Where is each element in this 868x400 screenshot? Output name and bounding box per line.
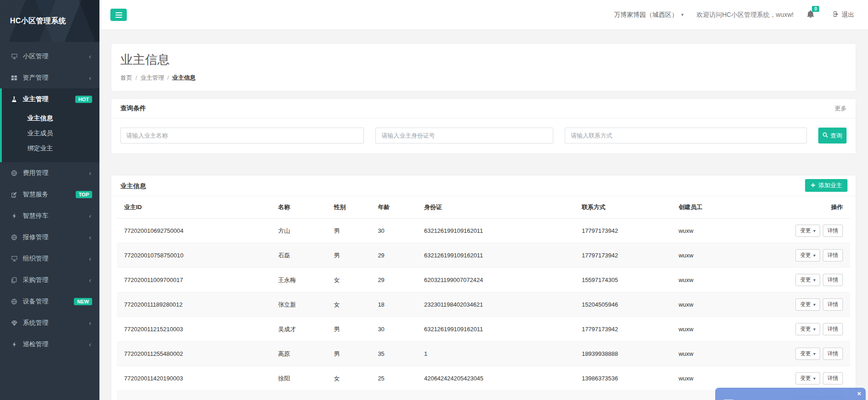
detail-button[interactable]: 详情: [823, 225, 843, 237]
chevron-left-icon: ‹: [89, 74, 91, 82]
page-content: 业主信息 首页/业主管理/业主信息 查询条件 更多 查询 业主信息: [99, 30, 868, 400]
flask-icon: [10, 96, 18, 103]
notification-badge: 0: [812, 6, 819, 12]
logout-button[interactable]: 退出: [831, 10, 854, 19]
cell-id_card: 632126199109162011: [421, 243, 578, 268]
cell-id: 772020010758750010: [117, 243, 275, 268]
owners-panel: 业主信息 添加业主 业主ID名称性别年龄身份证联系方式创建员工操作 772020…: [111, 175, 856, 400]
community-selector[interactable]: 万博家博园（城西区） ▾: [614, 11, 684, 19]
sidebar-menu: 小区管理‹资产管理‹业主管理HOT业主信息业主成员绑定业主费用管理‹智慧服务TO…: [0, 42, 99, 355]
search-button-label: 查询: [830, 132, 842, 140]
sidebar-item-label: 巡检管理: [23, 340, 89, 349]
cell-phone: 15204505946: [578, 292, 675, 317]
sidebar-subitem-2-2[interactable]: 绑定业主: [2, 141, 99, 156]
change-label: 变更: [800, 301, 811, 308]
query-input-0[interactable]: [120, 128, 364, 144]
cell-phone: 17797173942: [578, 317, 675, 342]
column-header-4: 身份证: [421, 196, 578, 219]
sidebar-item-0[interactable]: 小区管理‹: [0, 46, 99, 67]
table-row: 772020011189280012张立新女182323011984020346…: [117, 292, 850, 317]
sidebar-item-label: 业主管理: [23, 95, 75, 103]
chevron-left-icon: ‹: [89, 276, 91, 284]
detail-button[interactable]: 详情: [823, 298, 843, 311]
sidebar-item-label: 报修管理: [23, 233, 89, 241]
sign-out-icon: [831, 10, 838, 19]
cell-gender: 男: [330, 342, 374, 366]
breadcrumb-link-1[interactable]: 业主管理: [140, 74, 164, 81]
sidebar-item-8[interactable]: 采购管理‹: [0, 269, 99, 291]
detail-button[interactable]: 详情: [823, 323, 843, 335]
cell-name: 吴成才: [275, 317, 330, 342]
search-button[interactable]: 查询: [818, 128, 847, 144]
cell-actions: 变更▾详情: [781, 268, 850, 292]
promo-widget[interactable]: 每日签到 ×: [715, 388, 866, 400]
sidebar-item-7[interactable]: 组织管理‹: [0, 248, 99, 269]
cell-age: 30: [374, 391, 420, 400]
sidebar-item-5[interactable]: 智慧停车‹: [0, 205, 99, 226]
copy-icon: [10, 277, 18, 284]
cell-creator: wuxw: [675, 219, 781, 243]
more-link[interactable]: 更多: [835, 104, 847, 113]
menu-toggle-button[interactable]: [110, 9, 127, 21]
breadcrumb-separator: /: [135, 74, 137, 81]
sidebar-item-6[interactable]: 报修管理‹: [0, 226, 99, 248]
cell-age: 29: [374, 268, 420, 292]
cell-name: 徐阳: [275, 366, 330, 391]
caret-down-icon: ▾: [813, 228, 816, 233]
detail-button[interactable]: 详情: [823, 348, 843, 360]
change-button[interactable]: 变更▾: [795, 348, 820, 360]
sidebar-item-10[interactable]: 系统管理‹: [0, 312, 99, 333]
sidebar-group-3: 费用管理‹: [0, 162, 99, 184]
edit-icon: [10, 191, 18, 198]
change-button[interactable]: 变更▾: [795, 372, 820, 385]
cell-id: 772020012070870040: [117, 391, 275, 400]
sidebar-item-label: 采购管理: [23, 276, 89, 284]
sidebar-group-5: 智慧停车‹: [0, 205, 99, 226]
cell-age: 29: [374, 243, 420, 268]
sidebar-subitem-2-0[interactable]: 业主信息: [2, 111, 99, 126]
sidebar-item-9[interactable]: 设备管理NEW: [0, 291, 99, 312]
sidebar-item-11[interactable]: 巡检管理‹: [0, 333, 99, 355]
detail-button[interactable]: 详情: [823, 372, 843, 385]
detail-button[interactable]: 详情: [823, 274, 843, 286]
sidebar-item-2[interactable]: 业主管理HOT: [2, 88, 99, 110]
close-icon[interactable]: ×: [857, 390, 861, 397]
sidebar-badge: HOT: [75, 96, 92, 103]
change-button[interactable]: 变更▾: [795, 298, 820, 311]
query-input-1[interactable]: [375, 128, 553, 144]
sidebar-group-4: 智慧服务TOP: [0, 184, 99, 205]
sidebar-subitem-2-1[interactable]: 业主成员: [2, 126, 99, 141]
cell-id_card: 420642424205423045: [421, 366, 578, 391]
change-label: 变更: [800, 325, 811, 333]
detail-button[interactable]: 详情: [823, 249, 843, 262]
query-input-2[interactable]: [565, 128, 807, 144]
bolt-icon: [10, 212, 18, 220]
chevron-left-icon: ‹: [89, 340, 91, 348]
sidebar-item-3[interactable]: 费用管理‹: [0, 162, 99, 184]
change-button[interactable]: 变更▾: [795, 274, 820, 286]
breadcrumb: 首页/业主管理/业主信息: [120, 74, 847, 82]
sidebar-item-label: 组织管理: [23, 255, 89, 263]
breadcrumb-current: 业主信息: [172, 74, 196, 81]
sidebar-group-1: 资产管理‹: [0, 67, 99, 88]
sidebar-group-7: 组织管理‹: [0, 248, 99, 269]
sidebar-item-4[interactable]: 智慧服务TOP: [0, 184, 99, 205]
owners-panel-header: 业主信息 添加业主: [111, 175, 856, 196]
breadcrumb-link-0[interactable]: 首页: [120, 74, 132, 81]
notification-bell[interactable]: 0: [806, 10, 818, 20]
cell-gender: 女: [330, 366, 374, 391]
cell-id: 772020011420190003: [117, 366, 275, 391]
app-title: HC小区管理系统: [10, 16, 66, 26]
change-button[interactable]: 变更▾: [795, 225, 820, 237]
change-button[interactable]: 变更▾: [795, 323, 820, 335]
chevron-left-icon: ‹: [89, 52, 91, 60]
monitor-icon: [10, 53, 18, 60]
add-owner-button[interactable]: 添加业主: [805, 179, 847, 192]
sidebar-item-1[interactable]: 资产管理‹: [0, 67, 99, 88]
cell-id_card: [421, 391, 578, 400]
change-button[interactable]: 变更▾: [795, 249, 820, 262]
sidebar-group-9: 设备管理NEW: [0, 291, 99, 312]
page-title: 业主信息: [120, 51, 847, 68]
cell-age: 30: [374, 317, 420, 342]
caret-down-icon: ▾: [813, 376, 816, 381]
